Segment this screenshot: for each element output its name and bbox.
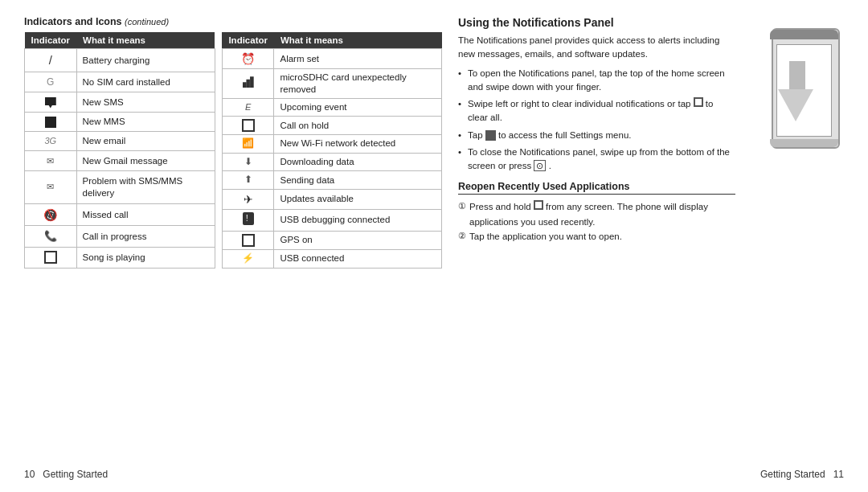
list-item: Tap to access the full Settings menu. <box>458 129 735 142</box>
indicator-cell: E <box>222 99 274 117</box>
desc-cell: USB connected <box>274 249 442 268</box>
table-row: Call on hold <box>222 117 441 135</box>
table-row: Song is playing <box>25 247 215 268</box>
page: Indicators and Icons (continued) Indicat… <box>0 0 868 492</box>
footer-text-right: Getting Started <box>760 469 825 480</box>
settings-icon <box>485 130 496 141</box>
airplane-icon: ✈ <box>244 193 253 206</box>
footer-right: Getting Started 11 <box>760 469 844 480</box>
desc-cell: Song is playing <box>76 247 215 268</box>
list-item: ① Press and hold from any screen. The ph… <box>458 199 735 229</box>
right-section: Using the Notifications Panel The Notifi… <box>458 16 844 462</box>
reopen-list: ① Press and hold from any screen. The ph… <box>458 199 735 244</box>
desc-cell: New Wi-Fi network detected <box>274 135 442 154</box>
indicator-cell <box>222 231 274 249</box>
desc-cell: New Gmail message <box>76 151 215 170</box>
list-item: To open the Notifications panel, tap the… <box>458 67 735 95</box>
table-row: ⏰ Alarm set <box>222 49 441 69</box>
phone-body <box>772 28 840 149</box>
footer-left: 10 Getting Started <box>24 469 108 480</box>
tables-row: Indicator What it means / Battery chargi… <box>24 32 442 269</box>
send-icon: ⬆ <box>244 174 252 185</box>
left-table-header-meaning: What it means <box>76 32 215 49</box>
no-sim-icon: G <box>47 76 54 88</box>
notifications-intro: The Notifications panel provides quick a… <box>458 34 735 62</box>
desc-cell: New MMS <box>76 112 215 131</box>
table-row: New SMS <box>25 92 215 112</box>
desc-cell: New SMS <box>76 92 215 112</box>
phone-illustration <box>747 16 844 462</box>
section-title: Indicators and Icons (continued) <box>24 16 442 27</box>
indicator-cell: G <box>25 72 77 92</box>
table-row: ⚡ USB connected <box>222 249 441 268</box>
indicator-cell: ✉ <box>25 151 77 170</box>
desc-cell: Call on hold <box>274 117 442 135</box>
battery-charging-icon: / <box>49 53 52 67</box>
table-row: GPS on <box>222 231 441 249</box>
right-indicators-table: Indicator What it means ⏰ Alarm set <box>222 32 442 269</box>
table-row: / Battery charging <box>25 49 215 72</box>
desc-cell: New email <box>76 132 215 151</box>
table-row: 📞 Call in progress <box>25 226 215 247</box>
desc-cell: No SIM card installed <box>76 72 215 92</box>
table-row: microSDHC card unexpectedly removed <box>222 69 441 99</box>
footer-text-left: Getting Started <box>43 469 108 480</box>
desc-cell: Downloading data <box>274 153 442 171</box>
indicator-cell <box>222 209 274 231</box>
indicator-cell <box>25 247 77 268</box>
notifications-list: To open the Notifications panel, tap the… <box>458 67 735 174</box>
alarm-icon: ⏰ <box>241 52 255 65</box>
3g-icon: 3G <box>44 136 56 146</box>
home-icon: ⊙ <box>534 160 546 171</box>
usb-connected-icon: ⚡ <box>242 252 254 264</box>
table-row: ✉ Problem with SMS/MMS delivery <box>25 170 215 203</box>
table-row: 3G New email <box>25 132 215 151</box>
new-mms-icon <box>45 117 56 128</box>
notifications-section: Using the Notifications Panel The Notifi… <box>458 16 735 462</box>
arrow-down <box>778 89 813 121</box>
table-row: New MMS <box>25 112 215 131</box>
list-item: To close the Notifications panel, swipe … <box>458 146 735 174</box>
page-number-left: 10 <box>24 469 35 480</box>
table-row: ⬆ Sending data <box>222 171 441 190</box>
download-icon: ⬇ <box>244 156 252 167</box>
indicator-cell <box>25 112 77 131</box>
indicator-cell: ✈ <box>222 189 274 209</box>
desc-cell: Battery charging <box>76 49 215 72</box>
left-table-header-indicator: Indicator <box>25 32 77 49</box>
table-row: E Upcoming event <box>222 99 441 117</box>
desc-cell: GPS on <box>274 231 442 249</box>
indicator-cell: ⬆ <box>222 171 274 190</box>
desc-cell: Sending data <box>274 171 442 190</box>
usb-debug-icon <box>243 212 254 225</box>
left-indicators-table: Indicator What it means / Battery chargi… <box>24 32 215 269</box>
indicator-cell <box>25 92 77 112</box>
reopen-title: Reopen Recently Used Applications <box>458 181 735 195</box>
desc-cell: Missed call <box>76 203 215 226</box>
new-sms-icon <box>45 97 56 109</box>
desc-cell: USB debugging connected <box>274 209 442 231</box>
indicator-cell: / <box>25 49 77 72</box>
notifications-title: Using the Notifications Panel <box>458 16 735 29</box>
list-item: Swipe left or right to clear individual … <box>458 97 735 125</box>
right-table-header-indicator: Indicator <box>222 32 274 49</box>
right-table-header-meaning: What it means <box>274 32 442 49</box>
page-number-right: 11 <box>833 469 844 480</box>
table-row: USB debugging connected <box>222 209 441 231</box>
desc-cell: Call in progress <box>76 226 215 247</box>
indicator-cell <box>222 117 274 135</box>
desc-cell: Updates available <box>274 189 442 209</box>
table-row: 📶 New Wi-Fi network detected <box>222 135 441 154</box>
indicator-cell: ⬇ <box>222 153 274 171</box>
indicator-cell: 📞 <box>25 226 77 247</box>
table-row: 📵 Missed call <box>25 203 215 226</box>
list-item: ② Tap the application you want to open. <box>458 229 735 244</box>
call-progress-icon: 📞 <box>44 230 57 242</box>
arrow-stem <box>789 61 805 92</box>
indicator-cell: 📶 <box>222 135 274 154</box>
upcoming-event-icon: E <box>245 102 251 112</box>
indicator-cell: 3G <box>25 132 77 151</box>
signal-icon <box>243 76 254 88</box>
indicator-cell: ⚡ <box>222 249 274 268</box>
phone-image <box>751 20 840 149</box>
